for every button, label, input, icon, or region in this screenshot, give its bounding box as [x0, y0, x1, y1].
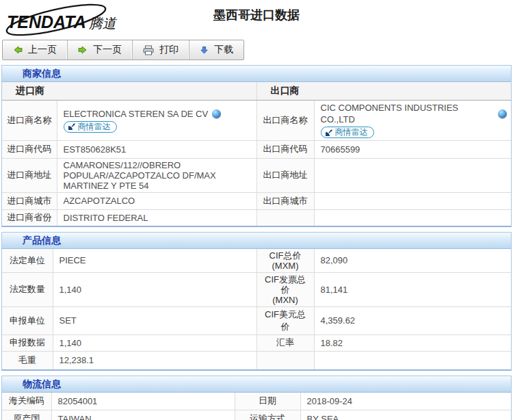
transport-mode-value: BY SEA — [300, 410, 511, 420]
table-row: 原产国 TAIWAN 运输方式 BY SEA — [2, 410, 511, 420]
transport-mode-label: 运输方式 — [235, 410, 300, 420]
gross-weight-label: 毛重 — [2, 351, 53, 369]
logistics-section-title: 物流信息 — [2, 376, 511, 393]
print-button[interactable]: 打印 — [133, 40, 189, 60]
arrow-down-icon — [200, 46, 209, 55]
printer-icon — [143, 45, 154, 55]
importer-address-value: CAMARONES/112//OBRERO POPULAR/AZCAPOTZAL… — [57, 158, 256, 192]
cif-usd-value: 4,359.62 — [314, 306, 511, 334]
table-row: 进口商代码 EST850628K51 出口商代码 70665599 — [2, 140, 511, 158]
exchange-rate-label: 汇率 — [256, 334, 314, 351]
table-row: 申报数据 1,140 汇率 18.82 — [2, 334, 511, 351]
merchant-section-title: 商家信息 — [2, 66, 511, 82]
date-value: 2018-09-24 — [300, 393, 511, 410]
importer-city-label: 进口商城市 — [2, 192, 57, 209]
exporter-city-label: 出口商城市 — [256, 192, 314, 209]
empty-cell — [314, 209, 511, 226]
table-row: 进口商地址 CAMARONES/112//OBRERO POPULAR/AZCA… — [2, 158, 511, 192]
arrow-right-icon — [78, 45, 88, 55]
product-table: 法定单位 PIECE CIF总价(MXM) 82,090 法定数量 1,140 … — [2, 249, 511, 369]
cif-invoice-value: 81,141 — [314, 272, 511, 306]
globe-icon[interactable] — [498, 109, 507, 118]
next-page-button[interactable]: 下一页 — [68, 40, 133, 60]
importer-code-label: 进口商代码 — [2, 140, 57, 158]
importer-code-value: EST850628K51 — [57, 140, 256, 158]
logistics-table: 海关编码 82054001 日期 2018-09-24 原产国 TAIWAN 运… — [2, 393, 511, 420]
radar-badge-label: 商情雷达 — [335, 127, 368, 138]
page-title: 墨西哥进口数据 — [0, 7, 513, 23]
importer-name-value: ELECTRONICA STEREN SA DE CV — [64, 108, 209, 120]
table-row: 进口商省份 DISTRITO FEDERAL — [2, 209, 511, 226]
merchant-info-section: 商家信息 进口商 出口商 进口商名称 ELECTRONICA STEREN SA… — [1, 65, 512, 227]
exporter-column-header: 出口商 — [256, 82, 511, 101]
origin-country-value: TAIWAN — [51, 410, 235, 420]
table-row: 进口商名称 ELECTRONICA STEREN SA DE CV 商情雷达 出… — [2, 101, 511, 141]
merchant-table: 进口商 出口商 进口商名称 ELECTRONICA STEREN SA DE C… — [2, 82, 511, 226]
empty-cell — [314, 351, 511, 369]
print-label: 打印 — [159, 44, 179, 56]
exchange-rate-value: 18.82 — [314, 334, 511, 351]
exporter-code-label: 出口商代码 — [256, 140, 314, 158]
importer-name-label: 进口商名称 — [2, 101, 57, 141]
origin-country-label: 原产国 — [2, 410, 51, 420]
exporter-code-value: 70665599 — [314, 140, 511, 158]
empty-cell — [256, 209, 314, 226]
logistics-info-section: 物流信息 海关编码 82054001 日期 2018-09-24 原产国 TAI… — [1, 376, 512, 420]
date-label: 日期 — [235, 393, 300, 410]
radar-badge-label: 商情雷达 — [78, 121, 111, 133]
prev-page-button[interactable]: 上一页 — [3, 40, 68, 60]
arrow-left-icon — [13, 45, 23, 55]
declared-unit-value: SET — [53, 306, 256, 334]
declared-data-value: 1,140 — [53, 334, 256, 351]
toolbar: 上一页 下一页 打印 下载 — [2, 40, 244, 60]
gross-weight-value: 12,238.1 — [53, 351, 256, 369]
table-row: 毛重 12,238.1 — [2, 351, 511, 369]
legal-unit-value: PIECE — [53, 249, 256, 273]
importer-column-header: 进口商 — [2, 82, 256, 101]
exporter-address-value — [314, 158, 511, 192]
table-row: 申报单位 SET CIF美元总价 4,359.62 — [2, 306, 511, 334]
next-page-label: 下一页 — [93, 44, 122, 56]
table-row: 法定数量 1,140 CIF发票总价(MXN) 81,141 — [2, 272, 511, 306]
empty-cell — [256, 351, 314, 369]
radar-dish-icon — [325, 129, 333, 137]
exporter-address-label: 出口商地址 — [256, 158, 314, 192]
cif-invoice-label: CIF发票总价 — [261, 274, 310, 295]
legal-qty-value: 1,140 — [53, 272, 256, 306]
globe-icon[interactable] — [212, 109, 221, 118]
exporter-city-value — [314, 192, 511, 209]
download-button[interactable]: 下载 — [189, 40, 244, 60]
exporter-name-label: 出口商名称 — [256, 101, 314, 141]
product-info-section: 产品信息 法定单位 PIECE CIF总价(MXM) 82,090 法定数量 1… — [1, 232, 512, 371]
hs-code-label: 海关编码 — [2, 393, 51, 410]
radar-badge[interactable]: 商情雷达 — [64, 121, 117, 133]
cif-usd-label: CIF美元总价 — [256, 306, 314, 334]
cif-invoice-currency: (MXN) — [261, 295, 310, 305]
cif-total-currency: (MXM) — [261, 261, 310, 271]
table-row: 海关编码 82054001 日期 2018-09-24 — [2, 393, 511, 410]
table-row: 进口商城市 AZCAPOTZALCO 出口商城市 — [2, 192, 511, 209]
declared-data-label: 申报数据 — [2, 334, 53, 351]
radar-dish-icon — [68, 122, 76, 131]
legal-qty-label: 法定数量 — [2, 272, 53, 306]
page-header: TENDATA腾道 墨西哥进口数据 — [0, 0, 513, 38]
importer-city-value: AZCAPOTZALCO — [57, 192, 256, 209]
prev-page-label: 上一页 — [28, 44, 57, 56]
radar-badge[interactable]: 商情雷达 — [321, 127, 374, 138]
cif-total-value: 82,090 — [314, 249, 511, 273]
product-section-title: 产品信息 — [2, 233, 511, 249]
importer-address-label: 进口商地址 — [2, 158, 57, 192]
importer-province-value: DISTRITO FEDERAL — [57, 209, 256, 226]
importer-province-label: 进口商省份 — [2, 209, 57, 226]
cif-total-label: CIF总价 — [261, 250, 310, 261]
download-label: 下载 — [214, 44, 233, 56]
exporter-name-value: CIC COMPONENTS INDUSTRIES CO.,LTD — [321, 102, 495, 125]
hs-code-value: 82054001 — [51, 393, 235, 410]
table-row: 法定单位 PIECE CIF总价(MXM) 82,090 — [2, 249, 511, 273]
declared-unit-label: 申报单位 — [2, 306, 53, 334]
legal-unit-label: 法定单位 — [2, 249, 53, 273]
